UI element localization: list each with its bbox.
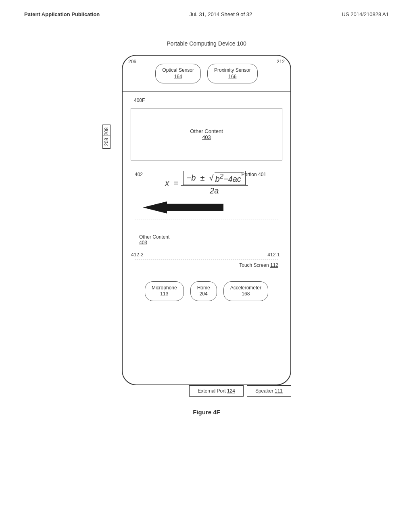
device-screen: 400F Other Content 403 402 Portion 401 x…: [123, 92, 290, 273]
other-content-top-label: Other Content: [190, 128, 223, 134]
formula-area: 402 Portion 401 x = −b ± √b2−4ac 2a: [131, 171, 282, 269]
device-top-bar: 206 212 Optical Sensor 164 Proximity Sen…: [123, 56, 290, 92]
fraction-denominator: 2a: [207, 186, 221, 195]
proximity-sensor-num: 166: [214, 74, 251, 80]
proximity-sensor-name: Proximity Sensor: [214, 67, 251, 73]
optical-sensor-bubble: Optical Sensor 164: [155, 64, 201, 83]
microphone-bubble: Microphone 113: [145, 281, 184, 301]
lower-other-content-label: Other Content 403: [139, 234, 169, 245]
dashed-content-box: Other Content 403 412-2 412-1: [135, 220, 278, 260]
home-bubble: Home 204: [190, 281, 217, 301]
device-bottom-bar: Microphone 113 Home 204 Accelerometer 16…: [123, 273, 290, 309]
label-402: 402: [135, 172, 143, 177]
figure-caption: Figure 4F: [193, 409, 220, 416]
corner-label-206: 206: [128, 59, 136, 64]
touch-screen-label: Touch Screen 112: [135, 260, 278, 269]
accelerometer-num: 168: [230, 291, 261, 297]
home-num: 204: [197, 291, 210, 297]
arrow-row: [135, 200, 278, 216]
other-content-top-num: 403: [202, 134, 211, 140]
optical-sensor-name: Optical Sensor: [162, 67, 194, 73]
boxed-numerator: −b ± √b2−4ac: [183, 171, 246, 185]
header-patent: US 2014/210828 A1: [342, 11, 389, 17]
optical-sensor-num: 164: [162, 74, 194, 80]
header-publication: Patent Application Publication: [24, 11, 100, 17]
touch-screen-num: 112: [270, 262, 278, 268]
label-412-2: 412-2: [131, 252, 144, 258]
device-wrapper: 208 208 206 212 Optical Sensor 164 Proxi…: [122, 55, 291, 385]
home-name: Home: [197, 285, 210, 291]
accelerometer-name: Accelerometer: [230, 285, 261, 291]
microphone-num: 113: [152, 291, 177, 297]
formula-x-equals: x =: [165, 179, 180, 188]
fraction-numerator: −b ± √b2−4ac: [181, 171, 248, 186]
speaker-box: Speaker 111: [247, 385, 291, 397]
external-port-num: 124: [227, 388, 235, 394]
header-date: Jul. 31, 2014 Sheet 9 of 32: [190, 11, 252, 17]
device-title: Portable Computing Device 100: [167, 40, 246, 47]
corner-label-212: 212: [277, 59, 285, 64]
speaker-num: 111: [275, 388, 283, 394]
lower-content-num: 403: [139, 240, 169, 245]
microphone-name: Microphone: [152, 285, 177, 291]
fraction-display: −b ± √b2−4ac 2a: [181, 171, 248, 195]
other-content-top-box: Other Content 403: [131, 108, 282, 160]
lower-content-text: Other Content: [139, 234, 169, 240]
lower-content-area: Other Content 403 412-2 412-1: [135, 220, 278, 260]
external-port-box: External Port 124: [189, 385, 244, 397]
proximity-sensor-bubble: Proximity Sensor 166: [207, 64, 258, 83]
black-arrow: [143, 202, 223, 214]
side-labels: 208 208: [100, 127, 113, 146]
label-400f: 400F: [134, 98, 145, 103]
label-412-1: 412-1: [267, 252, 280, 258]
diagram-container: Portable Computing Device 100 208 208 20…: [24, 40, 389, 416]
accelerometer-bubble: Accelerometer 168: [223, 281, 268, 301]
device-outline: 206 212 Optical Sensor 164 Proximity Sen…: [122, 55, 291, 385]
label-portion-401: Portion 401: [242, 172, 266, 177]
device-footer: External Port 124 Speaker 111: [122, 385, 291, 397]
side-label-208-bottom: 208: [102, 135, 111, 149]
